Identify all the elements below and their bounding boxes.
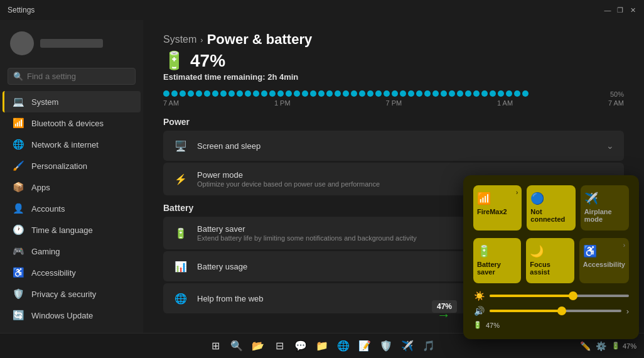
network-icon: 🌐: [13, 139, 24, 150]
battery-percent-display: 🔋 47%: [163, 50, 624, 71]
chart-dot: [220, 90, 227, 97]
user-name: [40, 39, 103, 48]
qs-battery-saver-button[interactable]: 🔋 Battery saver: [473, 238, 521, 283]
sidebar-label-accessibility: Accessibility: [31, 268, 76, 278]
chart-dot: [424, 90, 431, 97]
chart-dot: [335, 90, 341, 97]
taskbar-shield[interactable]: 🛡️: [377, 337, 395, 355]
qs-battery-label: Battery saver: [477, 261, 517, 276]
sidebar-label-accounts: Accounts: [31, 204, 65, 214]
volume-thumb[interactable]: [557, 306, 566, 315]
qs-access-icon: ♿: [583, 244, 597, 258]
sidebar-item-update[interactable]: 🔄 Windows Update: [3, 305, 141, 326]
taskbar-word[interactable]: 📝: [356, 337, 373, 355]
volume-chevron-icon[interactable]: ›: [626, 306, 629, 316]
breadcrumb-current: Power & battery: [207, 31, 313, 48]
qs-bluetooth-button[interactable]: 🔵 Not connected: [527, 185, 575, 231]
chart-dot: [261, 90, 267, 97]
qs-grid-top: 📶 FireMax2 › 🔵 Not connected ✈️ Airplane…: [473, 185, 629, 231]
personalization-icon: 🖌️: [13, 160, 24, 171]
qs-airplane-label: Airplane mode: [584, 208, 625, 223]
chart-dot: [465, 90, 471, 97]
qs-bluetooth-label: Not connected: [530, 208, 571, 223]
qs-tray-battery: 🔋 47%: [473, 321, 629, 329]
taskbar-explorer[interactable]: 📁: [313, 337, 331, 355]
chart-time-1: 7 AM: [163, 99, 179, 107]
accessibility-icon: ♿: [13, 267, 24, 278]
screen-sleep-label: Screen and sleep: [197, 141, 598, 151]
volume-fill: [490, 310, 562, 312]
search-box[interactable]: 🔍: [8, 68, 136, 85]
chart-dot: [506, 90, 512, 97]
sidebar-item-accessibility[interactable]: ♿ Accessibility: [3, 262, 141, 283]
sidebar-item-accounts[interactable]: 👤 Accounts: [3, 198, 141, 219]
minimize-button[interactable]: —: [604, 6, 611, 14]
search-input[interactable]: [27, 72, 115, 81]
screen-sleep-row[interactable]: 🖥️ Screen and sleep ⌄: [163, 131, 624, 161]
user-avatar-area: [0, 25, 143, 62]
tray-edit-icon[interactable]: ✏️: [580, 341, 591, 351]
sidebar-label-bluetooth: Bluetooth & devices: [31, 119, 104, 128]
access-chevron-icon: ›: [623, 242, 625, 249]
chart-dot: [457, 90, 463, 97]
sidebar-item-time[interactable]: 🕐 Time & language: [3, 219, 141, 241]
volume-slider[interactable]: [490, 310, 621, 312]
chart-dot: [481, 90, 488, 97]
taskbar-chat[interactable]: 💬: [292, 337, 309, 355]
sidebar-item-personalization[interactable]: 🖌️ Personalization: [3, 155, 141, 176]
sidebar-label-system: System: [31, 97, 58, 107]
app-title: Settings: [8, 6, 35, 14]
qs-wifi-button[interactable]: 📶 FireMax2 ›: [473, 185, 522, 231]
sidebar-item-privacy[interactable]: 🛡️ Privacy & security: [3, 283, 141, 305]
brightness-thumb[interactable]: [569, 291, 577, 300]
qs-focus-button[interactable]: 🌙 Focus assist: [526, 238, 574, 283]
taskbar-skype[interactable]: ✈️: [399, 337, 416, 355]
sidebar-item-bluetooth[interactable]: 📶 Bluetooth & devices: [3, 112, 141, 134]
taskbar-start[interactable]: ⊞: [207, 337, 224, 355]
chart-dot: [237, 90, 243, 97]
chart-dot: [343, 90, 349, 97]
qs-battery-tray-icon: 🔋: [473, 321, 482, 329]
chart-dot: [269, 90, 276, 97]
sidebar-item-gaming[interactable]: 🎮 Gaming: [3, 241, 141, 262]
taskbar-music[interactable]: 🎵: [420, 337, 437, 355]
chart-times: 7 AM 1 PM 7 PM 1 AM 7 AM: [163, 99, 624, 107]
chart-dot: [473, 90, 480, 97]
sidebar-label-update: Windows Update: [31, 311, 93, 320]
maximize-button[interactable]: ❐: [616, 6, 624, 14]
chart-dot: [351, 90, 357, 97]
qs-accessibility-button[interactable]: ♿ Accessibility ›: [579, 238, 629, 283]
chart-dot: [286, 90, 292, 97]
brightness-slider[interactable]: [490, 295, 629, 297]
tray-gear-icon[interactable]: ⚙️: [596, 341, 606, 351]
brightness-icon: ☀️: [473, 291, 485, 301]
chart-dot: [204, 90, 210, 97]
power-section-title: Power: [163, 117, 624, 127]
chart-dot: [522, 90, 529, 97]
volume-slider-row: 🔊 ›: [473, 306, 629, 316]
qs-airplane-button[interactable]: ✈️ Airplane mode: [581, 185, 629, 231]
sidebar-item-apps[interactable]: 📦 Apps: [3, 176, 141, 198]
wifi-chevron-icon: ›: [516, 189, 518, 196]
qs-battery-tray-percent: 47%: [486, 322, 500, 329]
sidebar-label-time: Time & language: [31, 225, 93, 235]
brightness-fill: [490, 295, 573, 297]
chart-dot: [432, 90, 439, 97]
taskbar-files[interactable]: 📂: [249, 337, 267, 355]
chart-50-label: 50%: [610, 90, 624, 98]
chart-dot: [514, 90, 520, 97]
sidebar: 🔍 💻 System 📶 Bluetooth & devices 🌐 Netwo…: [0, 20, 143, 358]
taskbar-edge[interactable]: 🌐: [335, 337, 352, 355]
close-button[interactable]: ✕: [629, 6, 636, 14]
taskbar-snap[interactable]: ⊟: [271, 337, 288, 355]
airplane-icon: ✈️: [584, 192, 598, 205]
sidebar-item-network[interactable]: 🌐 Network & internet: [3, 134, 141, 155]
sidebar-item-system[interactable]: 💻 System: [3, 91, 141, 112]
battery-usage-icon: 📊: [173, 259, 188, 274]
chart-dot: [416, 90, 422, 97]
chart-time-2: 1 PM: [274, 99, 291, 107]
taskbar-search[interactable]: 🔍: [228, 337, 245, 355]
system-icon: 💻: [13, 96, 24, 107]
chart-dots: [163, 90, 624, 97]
battery-saver-icon: 🔋: [173, 225, 188, 241]
